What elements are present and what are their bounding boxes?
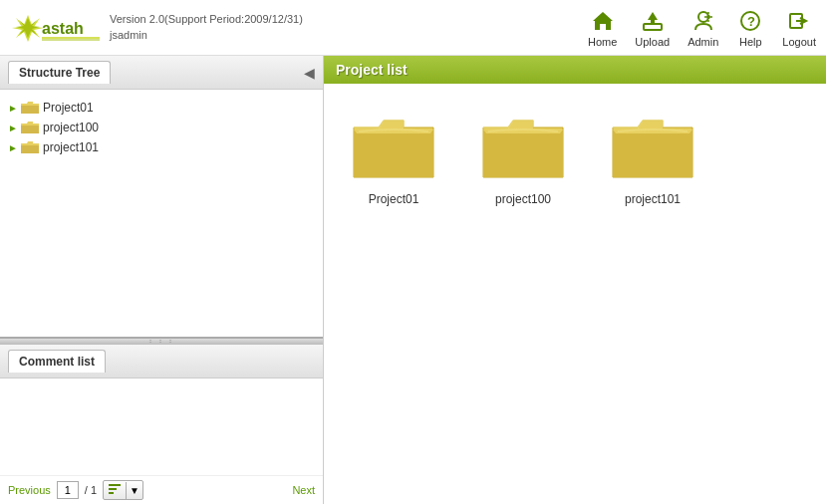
folder-icon-large-project01 [349,110,438,184]
home-icon [589,8,617,34]
svg-rect-18 [109,484,121,486]
nav-logout-label: Logout [782,36,816,48]
tree-label-project01: Project01 [43,101,94,115]
previous-button[interactable]: Previous [8,484,51,496]
project-grid: Project01 project100 [324,84,826,504]
tree-arrow-project101: ► [8,142,18,152]
structure-tree-header: Structure Tree ◀ [0,56,323,90]
project-label-project01: Project01 [369,192,419,206]
page-number-input[interactable] [57,481,79,499]
svg-rect-20 [109,492,114,494]
folder-icon-project01 [21,101,39,115]
svg-text:?: ? [747,14,755,29]
comment-list-tab-label: Comment list [19,355,95,369]
comment-pagination: Previous / 1 ▼ Next [0,475,323,504]
username-text: jsadmin [110,28,303,43]
project-item-project01[interactable]: Project01 [344,104,443,212]
nav-home[interactable]: Home [588,8,617,48]
project-list-header: Project list [324,56,826,84]
tree-label-project100: project100 [43,121,99,134]
tree-arrow-project01: ► [8,103,18,113]
svg-marker-5 [593,12,613,30]
structure-tree-tab-label: Structure Tree [19,66,100,80]
svg-marker-7 [648,12,658,24]
project-item-project100[interactable]: project100 [473,104,573,212]
nav-home-label: Home [588,36,617,48]
folder-icon-project100 [21,121,39,134]
version-info: Version 2.0(Support Period:2009/12/31) j… [110,12,303,43]
project-item-project101[interactable]: project101 [603,104,702,212]
logout-icon [785,8,813,34]
tree-item-project01[interactable]: ► Project01 [4,98,319,118]
nav-admin-label: Admin [688,36,718,48]
tree-item-project100[interactable]: ► project100 [4,118,319,137]
folder-icon-project101 [21,140,39,154]
svg-point-9 [706,15,710,19]
collapse-button[interactable]: ◀ [304,65,315,81]
next-button[interactable]: Next [292,484,315,496]
nav-help[interactable]: ? Help [736,8,764,48]
left-panel: Structure Tree ◀ ► Project01 ► [0,56,324,504]
folder-icon-large-project101 [608,110,697,184]
admin-icon [689,8,717,34]
project-label-project101: project101 [625,192,681,206]
upload-icon [639,8,667,34]
nav-upload[interactable]: Upload [635,8,670,48]
folder-icon-large-project100 [478,110,568,184]
tree-label-project101: project101 [43,140,99,154]
tree-arrow-project100: ► [8,123,18,132]
project-list-title: Project list [336,62,408,78]
comment-list-panel: Comment list Previous / 1 ▼ [0,345,323,504]
right-panel: Project list Project01 [324,56,826,504]
structure-tree-tab[interactable]: Structure Tree [8,61,111,84]
page-total: / 1 [85,484,97,496]
tree-content: ► Project01 ► project100 ► [0,90,323,337]
help-icon: ? [736,8,764,34]
structure-tree-panel: Structure Tree ◀ ► Project01 ► [0,56,323,339]
comment-content-area [0,378,323,475]
nav-logout[interactable]: Logout [782,8,816,48]
filter-button[interactable]: ▼ [103,480,143,500]
svg-text:astah: astah [42,20,84,37]
comment-list-tab[interactable]: Comment list [8,350,106,373]
nav-admin[interactable]: Admin [688,8,718,48]
logo-area: astah Version 2.0(Support Period:2009/12… [10,8,588,48]
header: astah Version 2.0(Support Period:2009/12… [0,0,826,56]
version-text: Version 2.0(Support Period:2009/12/31) [110,12,303,27]
nav-help-label: Help [739,36,762,48]
tree-item-project101[interactable]: ► project101 [4,137,319,157]
comment-list-header: Comment list [0,345,323,378]
main-layout: Structure Tree ◀ ► Project01 ► [0,56,826,504]
project-label-project100: project100 [495,192,551,206]
nav-upload-label: Upload [635,36,670,48]
filter-icon [104,482,127,499]
svg-rect-19 [109,488,117,490]
svg-rect-6 [644,24,662,30]
astah-logo: astah [10,8,100,48]
filter-dropdown-arrow-icon: ▼ [127,484,142,497]
nav-icons: Home Upload [588,8,816,48]
